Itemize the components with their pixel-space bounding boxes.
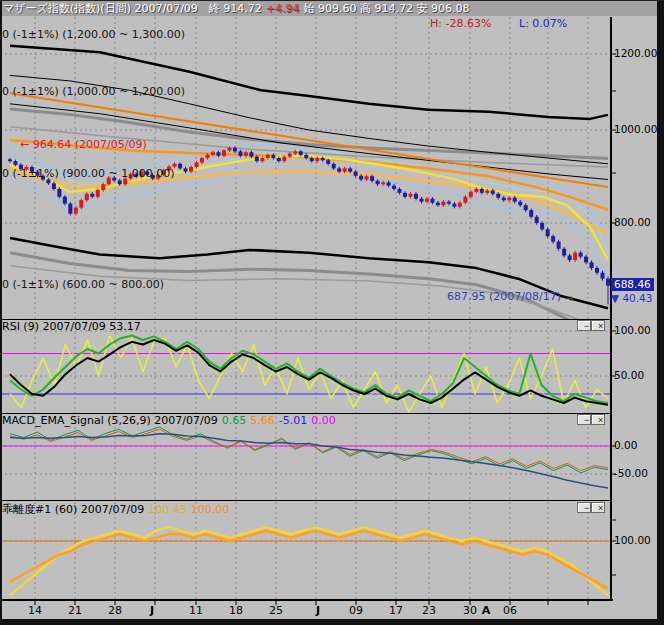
y-axis-label: -50.00 xyxy=(614,467,648,479)
macd-minimize-button[interactable]: − xyxy=(577,414,591,425)
window-left-border xyxy=(0,1,2,625)
macd-panel-title: MACD_EMA_Signal (5,26,9) 2007/07/090.655… xyxy=(2,414,336,427)
zone-label-2: 0 (-1±1%) (1,000.00 ~ 1,200.00) xyxy=(2,85,185,98)
y-axis-label: 1000.00 xyxy=(614,123,657,135)
x-axis-label: 21 xyxy=(61,604,89,617)
x-axis-label: 09 xyxy=(342,604,370,617)
low-arrow-icon: → xyxy=(564,292,573,305)
low-annotation: 687.95 (2007/08/17) xyxy=(447,290,561,303)
title-bar: マザーズ指数(指数)(日間) 2007/07/09 終 914.72+4.94始… xyxy=(0,1,664,16)
macd-title-label: MACD_EMA_Signal (5,26,9) 2007/07/09 xyxy=(2,414,218,427)
chart-application-window: マザーズ指数(指数)(日間) 2007/07/09 終 914.72+4.94始… xyxy=(0,0,664,625)
price-change: +4.94 xyxy=(262,2,304,15)
y-axis-label: 100.00 xyxy=(614,534,651,546)
y-axis-label: 1200.00 xyxy=(614,47,657,59)
deviation-minimize-button[interactable]: − xyxy=(577,502,591,513)
x-axis-label: 28 xyxy=(101,604,129,617)
rsi-minimize-button[interactable]: − xyxy=(577,320,591,331)
window-bottom-border xyxy=(0,619,664,625)
instrument-title: マザーズ指数(指数)(日間) 2007/07/09 終 914.72 xyxy=(3,2,262,15)
ohlc-values: 始 909.60 高 914.72 安 906.08 xyxy=(304,2,470,15)
x-axis-label: J xyxy=(138,604,166,617)
y-axis-label: 0.00 xyxy=(614,439,637,451)
high-annotation: ← 964.64 (2007/05/09) xyxy=(20,138,147,151)
zone-label-4: 0 (-1±1%) (600.00 ~ 800.00) xyxy=(2,278,164,291)
x-axis-label: 06 xyxy=(496,604,524,617)
x-axis-label: 23 xyxy=(415,604,443,617)
deviation-close-button[interactable]: × xyxy=(591,502,605,513)
y-axis-label: 100.00 xyxy=(614,324,651,336)
deviation-value-orange: 100.00 xyxy=(187,503,230,516)
window-right-border xyxy=(657,1,664,625)
rsi-close-button[interactable]: × xyxy=(591,320,605,331)
macd-value: 0.65 xyxy=(218,414,247,427)
x-axis-label: J xyxy=(304,604,332,617)
deviation-panel-title: 乖離度#1 (60) 2007/07/09100.45100.00 xyxy=(2,502,229,517)
deviation-value-yellow: 100.45 xyxy=(144,503,187,516)
x-axis-label: 25 xyxy=(262,604,290,617)
current-price-change: ▼ 40.43 xyxy=(611,292,652,304)
current-price-badge: 688.46 xyxy=(611,278,654,291)
y-axis-label: 50.00 xyxy=(614,369,644,381)
signal-value: -5.01 xyxy=(275,414,307,427)
y-axis-label: 800.00 xyxy=(614,216,651,228)
x-axis-label: 17 xyxy=(382,604,410,617)
macd-close-button[interactable]: × xyxy=(591,414,605,425)
rsi-panel-title: RSI (9) 2007/07/09 53.17 xyxy=(2,320,141,333)
ema-value: 5.66 xyxy=(246,414,275,427)
x-axis-label: 14 xyxy=(21,604,49,617)
high-percent-label: H: -28.63% xyxy=(430,17,491,30)
x-axis-label: 18 xyxy=(222,604,250,617)
deviation-title-label: 乖離度#1 (60) 2007/07/09 xyxy=(2,503,144,516)
low-percent-label: L: 0.07% xyxy=(519,17,567,30)
zone-label-3: 0 (-1±1%) (900.00 ~ 1,000.00) xyxy=(2,167,174,180)
zero-value: 0.00 xyxy=(307,414,336,427)
zone-label-1: 0 (-1±1%) (1,200.00 ~ 1,300.00) xyxy=(2,28,185,41)
x-axis-label: 11 xyxy=(182,604,210,617)
